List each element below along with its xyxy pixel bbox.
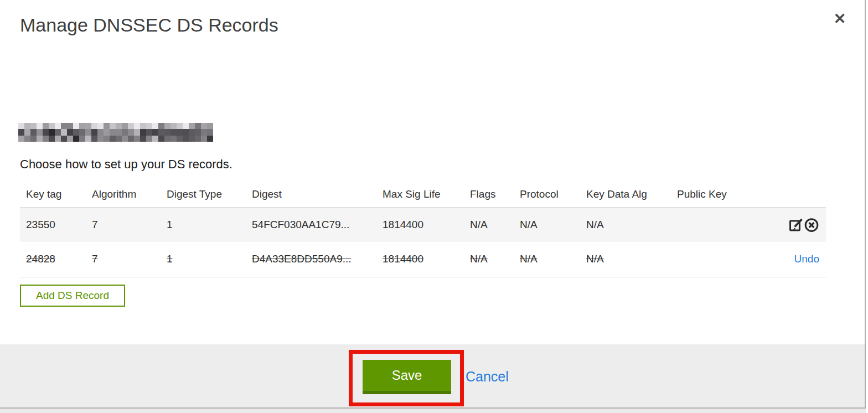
modal-drop-shadow <box>0 409 866 413</box>
cell-max-sig-life: 1814400 <box>376 242 464 277</box>
col-algorithm: Algorithm <box>86 183 161 207</box>
col-public-key: Public Key <box>671 183 743 207</box>
modal-footer: Save Cancel <box>0 344 865 407</box>
cancel-link[interactable]: Cancel <box>466 369 509 385</box>
cell-algorithm: 7 <box>86 207 161 242</box>
cell-key-data-alg: N/A <box>580 207 671 242</box>
cell-digest: D4A33E8DD550A9... <box>246 242 376 277</box>
cell-actions: Undo <box>743 242 826 277</box>
table-row-deleted: 24828 7 1 D4A33E8DD550A9... 1814400 N/A … <box>20 242 826 277</box>
cell-public-key <box>671 207 743 242</box>
col-flags: Flags <box>464 183 514 207</box>
col-max-sig-life: Max Sig Life <box>376 183 464 207</box>
delete-icon[interactable] <box>804 217 819 233</box>
cell-max-sig-life: 1814400 <box>376 207 464 242</box>
col-actions <box>743 183 826 207</box>
close-icon[interactable]: ✕ <box>831 10 849 28</box>
cell-protocol: N/A <box>514 242 580 277</box>
cell-digest: 54FCF030AA1C79... <box>246 207 376 242</box>
cell-actions <box>743 207 826 242</box>
table-header-row: Key tag Algorithm Digest Type Digest Max… <box>20 183 826 207</box>
col-protocol: Protocol <box>514 183 580 207</box>
cell-protocol: N/A <box>514 207 580 242</box>
cell-flags: N/A <box>464 207 514 242</box>
cell-key-tag: 24828 <box>20 242 86 277</box>
col-digest: Digest <box>246 183 376 207</box>
table-row: 23550 7 1 54FCF030AA1C79... 1814400 N/A … <box>20 207 826 242</box>
col-digest-type: Digest Type <box>161 183 246 207</box>
edit-icon[interactable] <box>788 217 804 233</box>
cell-flags: N/A <box>464 242 514 277</box>
cell-key-tag: 23550 <box>20 207 86 242</box>
cell-digest-type: 1 <box>161 207 246 242</box>
col-key-data-alg: Key Data Alg <box>580 183 671 207</box>
manage-dnssec-modal: Manage DNSSEC DS Records ✕ Choose how to… <box>0 0 866 409</box>
undo-link[interactable]: Undo <box>794 253 819 265</box>
instruction-text: Choose how to set up your DS records. <box>20 157 232 172</box>
ds-records-table: Key tag Algorithm Digest Type Digest Max… <box>20 183 826 277</box>
redacted-domain <box>18 123 213 142</box>
cell-key-data-alg: N/A <box>580 242 671 277</box>
add-ds-record-button[interactable]: Add DS Record <box>20 285 125 307</box>
cell-public-key <box>671 242 743 277</box>
col-key-tag: Key tag <box>20 183 86 207</box>
save-button[interactable]: Save <box>363 360 451 394</box>
cell-algorithm: 7 <box>86 242 161 277</box>
cell-digest-type: 1 <box>161 242 246 277</box>
page-title: Manage DNSSEC DS Records <box>20 14 278 36</box>
